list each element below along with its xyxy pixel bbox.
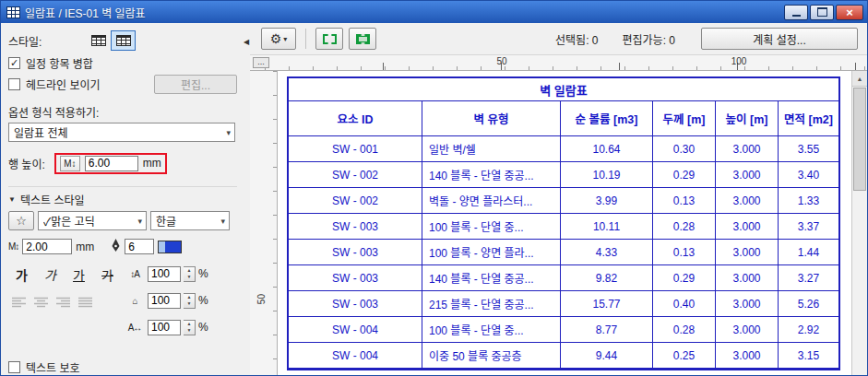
table-cell[interactable]: 0.25 (653, 343, 716, 369)
table-cell[interactable]: 8.77 (561, 317, 653, 343)
titlebar[interactable]: 일람표 / IES-01 벽 일람표 × (1, 1, 867, 23)
minimize-button[interactable] (784, 5, 808, 20)
spin-up-icon[interactable]: ▲ (184, 321, 195, 328)
header-cell[interactable]: 두께 [m] (653, 101, 716, 136)
table-cell[interactable]: 0.13 (653, 188, 716, 214)
header-cell[interactable]: 면적 [m2] (779, 101, 838, 136)
maximize-button[interactable] (810, 5, 834, 20)
scrollbar-thumb[interactable] (853, 88, 866, 191)
table-cell[interactable]: 9.82 (561, 265, 653, 291)
table-cell[interactable]: 100 블록 - 양면 플라... (422, 240, 561, 265)
table-cell[interactable]: 0.28 (653, 317, 716, 343)
spin-up-icon[interactable]: ▲ (184, 294, 195, 301)
header-cell[interactable]: 벽 유형 (422, 101, 561, 136)
bold-button[interactable]: 가 (8, 262, 35, 288)
close-button[interactable]: × (836, 5, 863, 20)
table-cell[interactable]: 100 블록 - 단열 중... (422, 317, 561, 343)
table-cell[interactable]: 3.000 (716, 265, 779, 291)
table-cell[interactable]: 0.29 (653, 162, 716, 188)
table-cell[interactable]: 3.000 (716, 188, 779, 214)
line-spacing-stepper[interactable]: ▲▼ (184, 266, 196, 282)
table-cell[interactable]: SW - 002 (289, 188, 422, 214)
style-compact-button[interactable] (86, 30, 111, 51)
table-cell[interactable]: 벽돌 - 양면 플라스터... (422, 188, 561, 214)
table-cell[interactable]: SW - 003 (289, 291, 422, 317)
table-cell[interactable]: 0.30 (653, 136, 716, 162)
table-cell[interactable]: 140 블록 - 단열 중공... (422, 162, 561, 188)
table-cell[interactable]: 215 블록 - 단열 중공... (422, 291, 561, 317)
table-cell[interactable]: 3.000 (716, 240, 779, 265)
text-style-section-header[interactable]: ▼ 텍스트 스타일 (8, 186, 237, 207)
table-cell[interactable]: 0.28 (653, 214, 716, 240)
table-cell[interactable]: 3.000 (716, 343, 779, 369)
table-cell[interactable]: 3.99 (561, 188, 653, 214)
select-elements-button[interactable] (315, 28, 343, 50)
table-cell[interactable]: 3.27 (779, 265, 838, 291)
table-cell[interactable]: 140 블록 - 단열 중공... (422, 265, 561, 291)
align-center-icon[interactable] (33, 296, 49, 308)
char-spacing-input[interactable] (148, 320, 181, 335)
table-cell[interactable]: 3.37 (779, 214, 838, 240)
spin-down-icon[interactable]: ▼ (184, 274, 195, 281)
pen-color-swatch[interactable] (158, 241, 182, 253)
settings-menu-button[interactable]: ⚙ ▾ (261, 28, 296, 50)
table-cell[interactable]: 3.000 (716, 162, 779, 188)
headline-checkbox[interactable] (8, 78, 20, 90)
table-cell[interactable]: 10.11 (561, 214, 653, 240)
align-justify-icon[interactable] (77, 296, 93, 308)
table-cell[interactable]: 1.44 (779, 240, 838, 265)
table-cell[interactable]: 3.40 (779, 162, 838, 188)
table-cell[interactable]: SW - 003 (289, 214, 422, 240)
table-cell[interactable]: 3.55 (779, 136, 838, 162)
schedule-canvas[interactable]: 벽 일람표 요소 ID 벽 유형 순 볼륨 [m3] 두께 [m] 높이 [m]… (278, 71, 851, 375)
table-cell[interactable]: 3.000 (716, 136, 779, 162)
scroll-up-button[interactable]: ▲ (852, 71, 867, 87)
table-cell[interactable]: 10.64 (561, 136, 653, 162)
table-cell[interactable]: 0.13 (653, 240, 716, 265)
strikethrough-button[interactable]: 가 (94, 262, 121, 288)
scheme-select[interactable]: 일람표 전체 ▾ (8, 123, 235, 142)
table-cell[interactable]: 3.15 (779, 343, 838, 369)
table-cell[interactable]: 0.40 (653, 291, 716, 317)
italic-button[interactable]: 가 (37, 262, 64, 288)
spin-down-icon[interactable]: ▼ (184, 327, 195, 335)
table-cell[interactable]: 5.26 (779, 291, 838, 317)
vertical-scrollbar[interactable]: ▲ (851, 71, 867, 375)
font-select[interactable]: ✓맑은 고딕 ▾ (38, 211, 147, 230)
header-cell[interactable]: 요소 ID (289, 101, 422, 136)
table-cell[interactable]: 이중 50 블록 중공층 (422, 343, 561, 369)
table-cell[interactable]: 15.77 (561, 291, 653, 317)
table-cell[interactable]: 3.000 (716, 214, 779, 240)
pen-number-input[interactable] (125, 239, 154, 254)
protect-text-checkbox[interactable] (8, 361, 20, 373)
header-cell[interactable]: 순 볼륨 [m3] (561, 101, 653, 136)
table-cell[interactable]: 1.33 (779, 188, 838, 214)
panel-splitter[interactable]: ◀ (243, 23, 250, 375)
font-size-input[interactable] (22, 239, 72, 254)
table-cell[interactable]: SW - 001 (289, 136, 422, 162)
style-grid-button[interactable] (111, 30, 136, 51)
plan-settings-button[interactable]: 계획 설정... (701, 28, 858, 50)
align-left-icon[interactable] (11, 296, 27, 308)
merge-items-checkbox[interactable]: ✓ (8, 57, 20, 69)
font-favorites-button[interactable]: ☆ (8, 211, 34, 230)
table-cell[interactable]: SW - 003 (289, 240, 422, 265)
table-cell[interactable]: 4.33 (561, 240, 653, 265)
header-cell[interactable]: 높이 [m] (716, 101, 779, 136)
show-selection-button[interactable] (349, 28, 376, 50)
underline-button[interactable]: 가 (65, 262, 92, 288)
table-cell[interactable]: 10.19 (561, 162, 653, 188)
table-cell[interactable]: SW - 003 (289, 265, 422, 291)
char-width-input[interactable] (148, 293, 181, 309)
table-cell[interactable]: 3.000 (716, 317, 779, 343)
char-spacing-stepper[interactable]: ▲▼ (184, 320, 196, 335)
table-cell[interactable]: 100 블록 - 단열 중... (422, 214, 561, 240)
line-spacing-input[interactable] (148, 266, 181, 282)
script-select[interactable]: 한글 ▾ (150, 211, 230, 230)
table-cell[interactable]: 2.92 (779, 317, 838, 343)
table-cell[interactable]: 0.29 (653, 265, 716, 291)
table-cell[interactable]: SW - 002 (289, 162, 422, 188)
table-cell[interactable]: 9.44 (561, 343, 653, 369)
char-width-stepper[interactable]: ▲▼ (184, 293, 196, 309)
ruler-corner-button[interactable]: ... (253, 57, 269, 68)
